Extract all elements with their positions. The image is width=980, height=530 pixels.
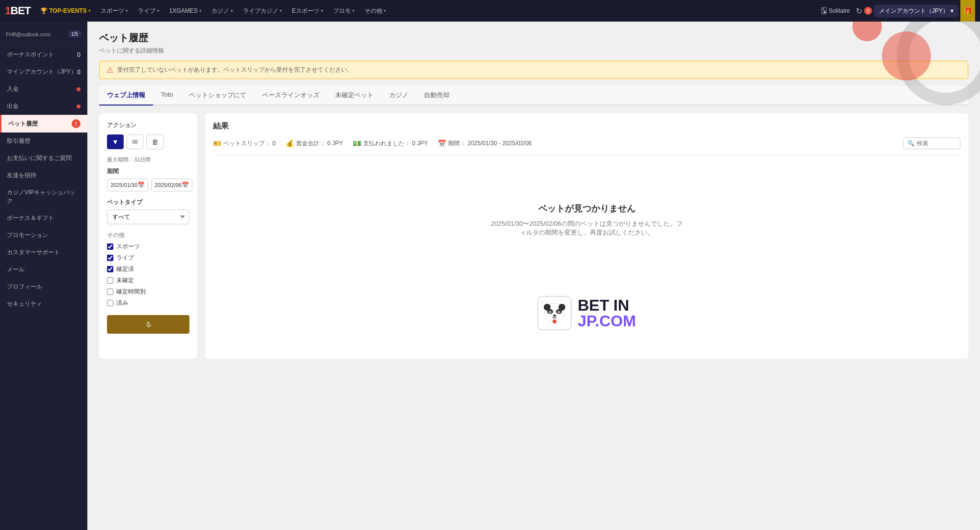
sidebar-item-customer-support[interactable]: カスタマーサポート — [0, 244, 87, 261]
calendar-icon: 📅 — [182, 182, 189, 188]
email-icon: ✉ — [132, 138, 138, 146]
confirm-time-checkbox[interactable] — [107, 289, 113, 295]
sidebar-item-bet-history[interactable]: ベット履歴 ! — [0, 115, 87, 132]
paid-value: 0 JPY — [412, 140, 428, 147]
checkbox-confirm-time: 確定時間別 — [107, 288, 189, 296]
refresh-icon[interactable]: ↻ — [856, 6, 862, 16]
warning-text: 受付完了していないベットがあります。ベットスリップから受付を完了させてください。 — [117, 66, 353, 74]
nav-sports[interactable]: スポーツ ▾ — [97, 5, 132, 17]
withdrawal-dot — [77, 105, 80, 108]
nav-casino[interactable]: カジノ ▾ — [208, 5, 237, 17]
period-label: 期間： — [448, 139, 466, 148]
empty-state: ベットが見つかりません 2025/01/30〜2025/02/06の間のベットは… — [213, 163, 960, 276]
date-to-input[interactable]: 2025/02/06 📅 — [151, 179, 192, 191]
sidebar-item-email[interactable]: メール — [0, 261, 87, 278]
content-area: アクション ▼ ✉ 🗑 最大期間：31日間 期間 202 — [99, 113, 968, 359]
tab-toto[interactable]: Toto — [153, 86, 181, 106]
empty-subtitle: 2025/01/30〜2025/02/06の間のベットは見つかりませんでした。フ… — [489, 219, 685, 237]
sidebar-user: FHlf@outlook.com 1/5 — [0, 26, 87, 42]
tab-auto-sell[interactable]: 自動売却 — [416, 86, 457, 106]
sidebar-item-promotions[interactable]: プロモーション — [0, 227, 87, 244]
filter-button[interactable]: ▼ — [107, 134, 124, 149]
user-email: FHlf@outlook.com — [6, 31, 68, 37]
sidebar-item-withdrawal[interactable]: 出金 — [0, 98, 87, 115]
sidebar-item-security[interactable]: セキュリティ — [0, 295, 87, 313]
footer-logo: BET IN JP.COM — [213, 276, 960, 340]
warning-icon: ⚠ — [106, 65, 113, 75]
panda-svg — [542, 301, 567, 325]
sidebar-item-vip-cashback[interactable]: カジノVIPキャッシュバック — [0, 184, 87, 210]
account-menu[interactable]: メインアカウント（JPY） ▾ — [874, 5, 958, 17]
slips-value: 0 — [272, 140, 276, 147]
confirmed-checkbox[interactable] — [107, 266, 113, 272]
nav-1xgames[interactable]: 1XGAMES ▾ — [165, 5, 206, 16]
nav-live[interactable]: ライブ ▾ — [134, 5, 163, 17]
tab-baseline-odds[interactable]: ベースラインオッズ — [254, 86, 327, 106]
calendar-stat-icon: 📅 — [438, 139, 446, 147]
unconfirmed-label: 未確定 — [116, 276, 134, 285]
tab-casino[interactable]: カジノ — [381, 86, 416, 106]
tab-web-info[interactable]: ウェブ上情報 — [99, 86, 153, 106]
bet-type-select[interactable]: すべて シングル マルチ — [107, 210, 189, 224]
delete-button[interactable]: 🗑 — [146, 134, 164, 149]
box-icon: 🎁 — [964, 7, 972, 15]
results-stats: 🎫 ベットスリップ： 0 💰 賞金合計： 0 JPY 💵 支払われました： 0 … — [213, 137, 960, 156]
sidebar-item-deposit[interactable]: 入金 — [0, 80, 87, 98]
sports-checkbox[interactable] — [107, 243, 113, 250]
solitaire-icon: 🂡 — [821, 7, 827, 14]
checkbox-confirmed: 確定済 — [107, 265, 189, 273]
site-logo[interactable]: 1BET — [5, 4, 30, 17]
search-icon: 🔍 — [907, 140, 915, 147]
chevron-down-icon: ▾ — [321, 8, 323, 13]
sidebar-item-bonus-gift[interactable]: ボーナス＆ギフト — [0, 210, 87, 227]
done-checkbox[interactable] — [107, 300, 113, 306]
nav-esports[interactable]: Eスポーツ ▾ — [288, 5, 327, 17]
date-range: 2025/01/30 📅 2025/02/06 📅 — [107, 179, 189, 191]
sidebar-item-main-account[interactable]: マインアカウント（JPY） 0 — [0, 63, 87, 80]
sidebar-item-profile[interactable]: プロフィール — [0, 278, 87, 295]
filter-panel: アクション ▼ ✉ 🗑 最大期間：31日間 期間 202 — [99, 113, 197, 359]
nav-other[interactable]: その他 ▾ — [361, 5, 390, 17]
email-button[interactable]: ✉ — [127, 134, 143, 149]
top-navigation: 1BET 🏆 TOP-EVENTS ▾ スポーツ ▾ ライブ ▾ 1XGAMES… — [0, 0, 980, 22]
date-from-value: 2025/01/30 — [110, 182, 137, 188]
date-from-input[interactable]: 2025/01/30 📅 — [107, 179, 148, 191]
chevron-down-icon: ▾ — [157, 8, 159, 13]
live-checkbox[interactable] — [107, 255, 113, 261]
search-input[interactable] — [917, 140, 956, 147]
nav-solitaire[interactable]: 🂡 Solitaire — [821, 7, 850, 14]
paid-label: 支払われました： — [363, 139, 410, 148]
trash-icon: 🗑 — [152, 138, 159, 146]
notification-badge: 0 — [864, 7, 872, 15]
gold-box[interactable]: 🎁 — [960, 0, 975, 22]
sidebar-item-transaction-history[interactable]: 取引履歴 — [0, 132, 87, 150]
confirmed-label: 確定済 — [116, 265, 134, 273]
sidebar-item-bonus-points[interactable]: ボーナスポイント 0 — [0, 46, 87, 63]
filter-icon: ▼ — [112, 138, 119, 146]
date-to-value: 2025/02/06 — [155, 182, 182, 188]
chevron-down-icon: ▾ — [231, 8, 233, 13]
apply-button[interactable]: る — [107, 315, 189, 334]
page-title: ベット履歴 — [99, 31, 968, 45]
confirm-time-label: 確定時間別 — [116, 288, 146, 296]
sidebar-item-invite[interactable]: 友達を招待 — [0, 167, 87, 184]
tab-bet-shop[interactable]: ベットショップにて — [181, 86, 254, 106]
nav-top-events[interactable]: 🏆 TOP-EVENTS ▾ — [36, 5, 94, 16]
sidebar-item-payment-question[interactable]: お支払いに関するご質問 — [0, 150, 87, 167]
svg-point-9 — [553, 315, 556, 317]
slips-label: ベットスリップ： — [223, 139, 270, 148]
chevron-down-icon: ▾ — [199, 8, 202, 13]
nav-promo[interactable]: プロモ ▾ — [329, 5, 359, 17]
unconfirmed-checkbox[interactable] — [107, 277, 113, 284]
bet-type-label: ベットタイプ — [107, 198, 189, 207]
results-panel: 結果 🎫 ベットスリップ： 0 💰 賞金合計： 0 JPY 💵 支払われ — [205, 113, 968, 359]
sports-label: スポーツ — [116, 242, 140, 251]
nav-live-casino[interactable]: ライブカジノ ▾ — [239, 5, 286, 17]
stat-slips: 🎫 ベットスリップ： 0 — [213, 139, 276, 148]
other-section-label: その他 — [107, 231, 189, 239]
svg-point-8 — [558, 312, 559, 313]
search-input-wrap[interactable]: 🔍 — [903, 137, 960, 149]
tab-unconfirmed-bet[interactable]: 未確定ベット — [327, 86, 381, 106]
checkbox-live: ライブ — [107, 254, 189, 262]
money-icon: 💰 — [286, 139, 294, 147]
